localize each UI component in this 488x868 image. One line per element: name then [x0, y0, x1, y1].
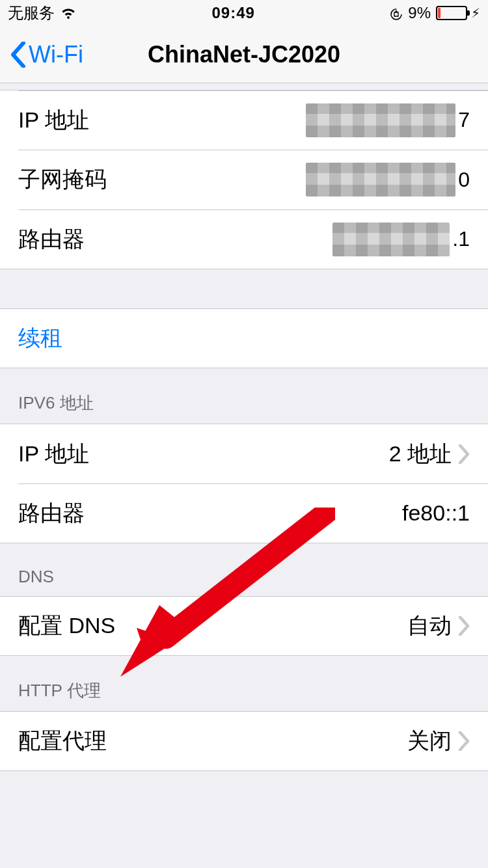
wifi-icon: [60, 7, 77, 20]
proxy-config-value: 关闭: [407, 726, 470, 756]
nav-bar: Wi-Fi ChinaNet-JC2020: [0, 26, 488, 83]
row-configure-dns[interactable]: 配置 DNS 自动: [0, 596, 488, 656]
row-ipv6-router: 路由器 fe80::1: [0, 483, 488, 543]
renew-lease-button[interactable]: 续租: [0, 308, 488, 368]
back-button[interactable]: Wi-Fi: [10, 41, 83, 68]
redacted-block: [332, 223, 450, 256]
subnet-value: 0: [306, 163, 470, 197]
orientation-lock-icon: [390, 7, 403, 20]
status-time: 09:49: [211, 4, 254, 22]
battery-icon: [436, 6, 467, 20]
dns-config-label: 配置 DNS: [18, 611, 115, 641]
charging-icon: ⚡︎: [471, 5, 480, 21]
row-subnet-mask: 子网掩码 0: [0, 150, 488, 210]
proxy-config-label: 配置代理: [18, 726, 107, 756]
status-left: 无服务: [8, 3, 77, 23]
dns-header: DNS: [0, 543, 488, 596]
ipv6-header: IPV6 地址: [0, 368, 488, 424]
row-router: 路由器 .1: [0, 210, 488, 269]
row-ipv6-address[interactable]: IP 地址 2 地址: [0, 424, 488, 483]
renew-label: 续租: [18, 323, 62, 353]
chevron-right-icon: [458, 731, 470, 751]
ip-label: IP 地址: [18, 105, 89, 135]
proxy-header: HTTP 代理: [0, 656, 488, 711]
ipv6-router-value: fe80::1: [402, 500, 470, 526]
battery-percent: 9%: [408, 4, 431, 22]
dns-config-value: 自动: [407, 611, 470, 641]
ip-value: 7: [306, 103, 470, 137]
redacted-block: [306, 163, 455, 197]
row-configure-proxy[interactable]: 配置代理 关闭: [0, 711, 488, 771]
back-label: Wi-Fi: [29, 41, 83, 68]
chevron-right-icon: [458, 616, 470, 636]
ipv6-router-label: 路由器: [18, 498, 85, 528]
redacted-block: [306, 103, 455, 137]
chevron-right-icon: [458, 444, 470, 464]
subnet-label: 子网掩码: [18, 165, 107, 195]
chevron-left-icon: [10, 42, 26, 68]
ipv6-ip-value: 2 地址: [389, 439, 470, 469]
router-value: .1: [332, 223, 470, 256]
status-right: 9% ⚡︎: [390, 4, 480, 22]
carrier-text: 无服务: [8, 3, 55, 23]
status-bar: 无服务 09:49 9% ⚡︎: [0, 0, 488, 26]
ipv6-ip-label: IP 地址: [18, 439, 89, 469]
row-ip-address: IP 地址 7: [0, 90, 488, 150]
router-label: 路由器: [18, 224, 85, 254]
